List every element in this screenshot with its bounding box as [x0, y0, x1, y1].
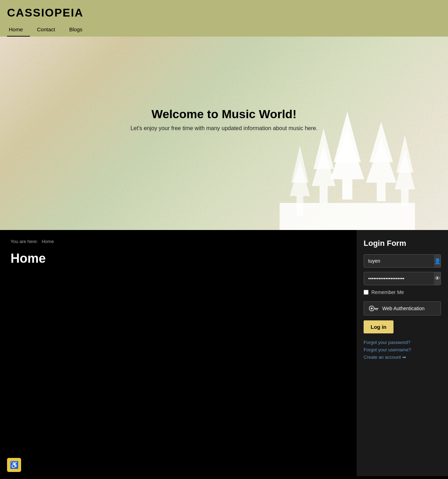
hero-subheading: Let's enjoy your free time with many upd… [130, 125, 318, 132]
page-title: Home [11, 251, 346, 266]
remember-me-group: Remember Me [364, 289, 441, 295]
svg-rect-15 [280, 203, 415, 230]
login-button[interactable]: Log in [364, 320, 393, 333]
key-icon [369, 305, 379, 312]
main-content: You are here: Home Home Login Form 👤 👁 R… [0, 230, 448, 476]
create-account-link[interactable]: Create an account ➡ [364, 355, 441, 360]
svg-rect-5 [377, 183, 385, 201]
web-auth-button[interactable]: Web Authentication [364, 301, 441, 315]
nav-contact[interactable]: Contact [30, 23, 62, 37]
arrow-icon: ➡ [402, 355, 406, 360]
svg-rect-18 [374, 308, 378, 309]
svg-point-17 [371, 307, 373, 309]
nav-blogs[interactable]: Blogs [62, 23, 90, 37]
breadcrumb-current: Home [41, 239, 54, 244]
login-panel: Login Form 👤 👁 Remember Me [357, 230, 448, 476]
login-form-title: Login Form [364, 239, 441, 248]
left-panel: You are here: Home Home [0, 230, 357, 476]
forgot-username-link[interactable]: Forgot your username? [364, 347, 441, 352]
breadcrumb: You are here: Home [11, 239, 346, 244]
nav-home[interactable]: Home [7, 23, 30, 37]
site-title: CASSIOPEIA [7, 0, 441, 23]
svg-rect-2 [342, 179, 352, 200]
svg-rect-19 [377, 309, 377, 311]
main-nav: Home Contact Blogs [7, 23, 441, 37]
password-input-group: 👁 [364, 272, 441, 285]
web-auth-label: Web Authentication [382, 306, 424, 311]
username-input-group: 👤 [364, 254, 441, 268]
password-input[interactable] [364, 272, 434, 285]
remember-me-label: Remember Me [371, 289, 404, 295]
accessibility-button[interactable]: ♿ [7, 458, 21, 472]
header: CASSIOPEIA Home Contact Blogs [0, 0, 448, 37]
hero-section: Welcome to Music World! Let's enjoy your… [0, 37, 448, 230]
hero-content: Welcome to Music World! Let's enjoy your… [130, 107, 318, 132]
user-icon: 👤 [434, 255, 441, 267]
svg-rect-20 [375, 309, 376, 310]
login-links: Forgot your password? Forgot your userna… [364, 340, 441, 360]
username-input[interactable] [364, 255, 434, 267]
svg-rect-8 [319, 186, 327, 203]
show-password-icon[interactable]: 👁 [434, 272, 441, 285]
svg-marker-1 [330, 128, 364, 179]
remember-me-checkbox[interactable] [364, 290, 369, 295]
hero-heading: Welcome to Music World! [130, 107, 318, 121]
forgot-password-link[interactable]: Forgot your password? [364, 340, 441, 345]
breadcrumb-prefix: You are here: [11, 239, 38, 244]
